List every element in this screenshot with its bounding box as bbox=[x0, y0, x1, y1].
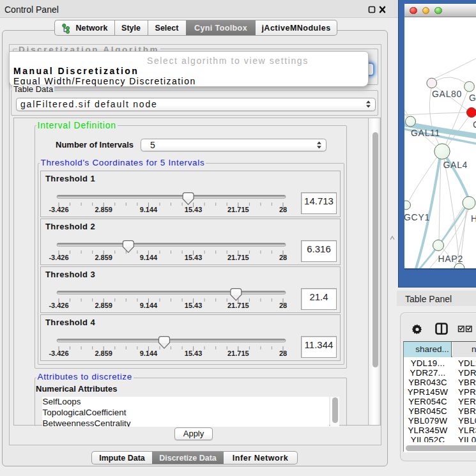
svg-text:28: 28 bbox=[279, 206, 287, 213]
svg-text:2.859: 2.859 bbox=[95, 302, 112, 309]
svg-text:15.43: 15.43 bbox=[185, 206, 203, 213]
svg-text:21.715: 21.715 bbox=[227, 206, 249, 213]
svg-text:GAL80: GAL80 bbox=[432, 89, 462, 99]
svg-text:HI: HI bbox=[471, 213, 476, 224]
svg-text:HAP2: HAP2 bbox=[438, 254, 463, 264]
svg-text:21.715: 21.715 bbox=[227, 349, 249, 357]
svg-text:GAL11: GAL11 bbox=[411, 128, 440, 138]
svg-text:21.715: 21.715 bbox=[227, 302, 249, 309]
svg-text:21.715: 21.715 bbox=[227, 254, 249, 261]
svg-text:GCY1: GCY1 bbox=[404, 212, 430, 222]
svg-text:-3.426: -3.426 bbox=[49, 254, 68, 261]
svg-text:28: 28 bbox=[279, 349, 287, 357]
svg-text:-3.426: -3.426 bbox=[49, 302, 68, 309]
svg-text:2.859: 2.859 bbox=[95, 206, 112, 213]
svg-text:15.43: 15.43 bbox=[185, 302, 203, 309]
svg-text:-3.426: -3.426 bbox=[49, 206, 68, 213]
svg-text:2.859: 2.859 bbox=[95, 254, 112, 261]
svg-text:GAL4: GAL4 bbox=[443, 160, 468, 170]
svg-text:2.859: 2.859 bbox=[95, 349, 112, 357]
svg-text:9.144: 9.144 bbox=[140, 254, 158, 261]
svg-text:28: 28 bbox=[279, 302, 287, 309]
svg-text:9.144: 9.144 bbox=[140, 349, 158, 357]
svg-text:28: 28 bbox=[279, 254, 287, 261]
svg-text:9.144: 9.144 bbox=[140, 302, 158, 309]
svg-text:GA: GA bbox=[469, 93, 476, 103]
svg-text:9.144: 9.144 bbox=[140, 206, 158, 213]
svg-text:15.43: 15.43 bbox=[185, 254, 203, 261]
svg-text:GA: GA bbox=[473, 119, 476, 130]
svg-text:-3.426: -3.426 bbox=[49, 349, 68, 357]
svg-text:15.43: 15.43 bbox=[185, 349, 203, 357]
